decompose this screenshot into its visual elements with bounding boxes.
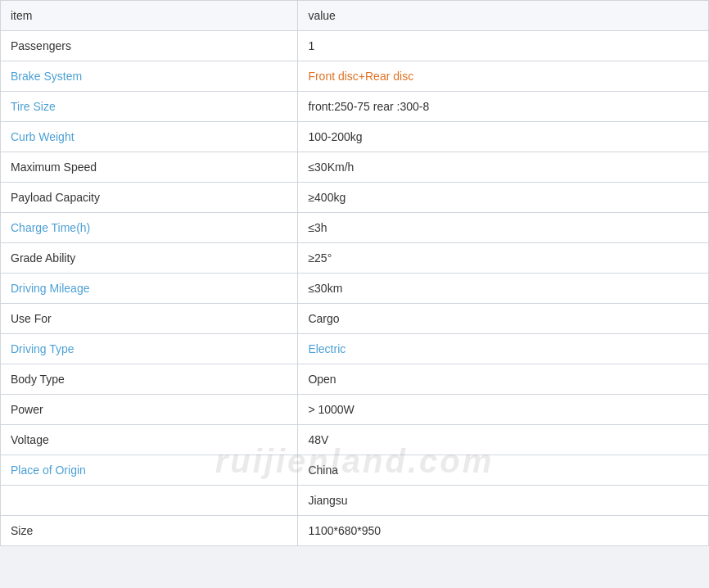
item-cell: Power [1, 395, 298, 425]
table-row: Grade Ability≥25° [1, 243, 708, 274]
item-cell: Driving Type [1, 334, 298, 364]
value-cell: Front disc+Rear disc [298, 61, 708, 92]
table-header-row: item value [1, 1, 708, 31]
value-cell: front:250-75 rear :300-8 [298, 92, 708, 122]
item-cell: Use For [1, 304, 298, 334]
item-cell: Maximum Speed [1, 152, 298, 183]
item-cell: Payload Capacity [1, 183, 298, 213]
item-cell: Place of Origin [1, 455, 298, 486]
value-cell: China [298, 455, 708, 486]
value-cell: 100-200kg [298, 122, 708, 152]
table-row: Charge Time(h)≤3h [1, 213, 708, 243]
table-row: Voltage48V [1, 425, 708, 455]
col-value-header: value [298, 1, 708, 31]
item-cell: Driving Mileage [1, 274, 298, 304]
table-row: Curb Weight100-200kg [1, 122, 708, 152]
item-cell: Grade Ability [1, 243, 298, 274]
value-cell: ≤30km [298, 274, 708, 304]
table-row: Tire Sizefront:250-75 rear :300-8 [1, 92, 708, 122]
item-cell: Brake System [1, 61, 298, 92]
value-cell: ≤30Km/h [298, 152, 708, 183]
table-row: Brake SystemFront disc+Rear disc [1, 61, 708, 92]
item-cell: Tire Size [1, 92, 298, 122]
value-cell: 1 [298, 31, 708, 61]
item-cell: Charge Time(h) [1, 213, 298, 243]
value-cell: ≤3h [298, 213, 708, 243]
table-row: Maximum Speed≤30Km/h [1, 152, 708, 183]
table-row: Passengers1 [1, 31, 708, 61]
item-cell: Curb Weight [1, 122, 298, 152]
item-cell: Voltage [1, 425, 298, 455]
item-cell: Body Type [1, 364, 298, 395]
specs-table: item value Passengers1Brake SystemFront … [1, 1, 708, 545]
value-cell: ≥25° [298, 243, 708, 274]
table-row: Size1100*680*950 [1, 516, 708, 546]
table-row: Driving Mileage≤30km [1, 274, 708, 304]
value-cell: 1100*680*950 [298, 516, 708, 546]
table-row: Payload Capacity≥400kg [1, 183, 708, 213]
item-cell: Passengers [1, 31, 298, 61]
value-cell: Jiangsu [298, 486, 708, 516]
table-row: Driving TypeElectric [1, 334, 708, 364]
item-cell: Size [1, 516, 298, 546]
table-row: Jiangsu [1, 486, 708, 516]
value-cell: 48V [298, 425, 708, 455]
specs-table-container: item value Passengers1Brake SystemFront … [0, 0, 709, 546]
item-cell [1, 486, 298, 516]
table-row: Body TypeOpen [1, 364, 708, 395]
table-row: Use ForCargo [1, 304, 708, 334]
table-row: Power> 1000W [1, 395, 708, 425]
value-cell: Open [298, 364, 708, 395]
value-cell: ≥400kg [298, 183, 708, 213]
value-cell: Electric [298, 334, 708, 364]
value-cell: Cargo [298, 304, 708, 334]
col-item-header: item [1, 1, 298, 31]
value-cell: > 1000W [298, 395, 708, 425]
table-row: Place of OriginChina [1, 455, 708, 486]
